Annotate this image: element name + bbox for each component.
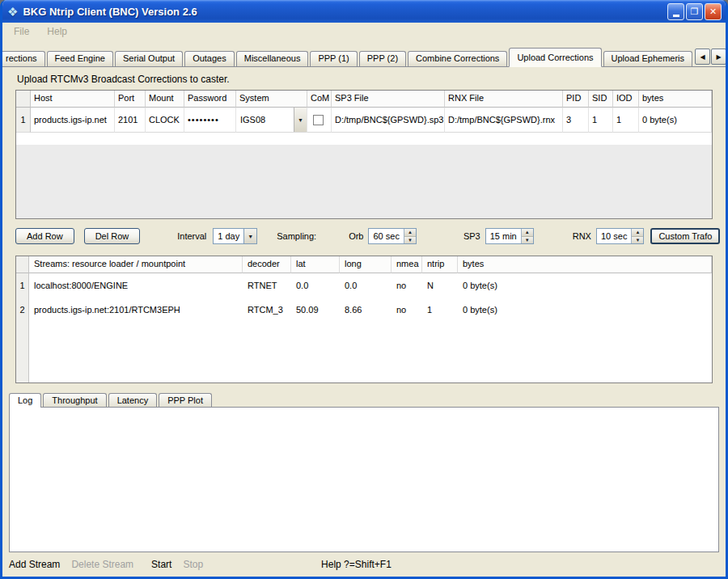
menubar: File Help bbox=[2, 23, 726, 40]
streams-table-empty-area bbox=[16, 322, 712, 382]
tab-scroll-left-button[interactable]: ◀ bbox=[695, 49, 710, 65]
rnx-spinbox-value: 10 sec bbox=[597, 229, 631, 243]
spin-down-icon[interactable]: ▼ bbox=[632, 237, 643, 244]
row-gutter bbox=[16, 322, 29, 382]
tab-feed-engine[interactable]: Feed Engine bbox=[47, 51, 113, 66]
bytes-cell: 0 byte(s) bbox=[458, 273, 712, 298]
password-cell[interactable]: •••••••• bbox=[184, 108, 236, 133]
row-number: 2 bbox=[16, 298, 29, 322]
tab-log[interactable]: Log bbox=[9, 393, 41, 408]
rnx-spinbox[interactable]: 10 sec ▲ ▼ bbox=[596, 228, 644, 244]
tab-upload-corrections[interactable]: Upload Corrections bbox=[509, 48, 601, 67]
close-icon: ✕ bbox=[709, 7, 717, 16]
spin-up-icon[interactable]: ▲ bbox=[522, 229, 533, 237]
system-combobox-value: IGS08 bbox=[236, 108, 294, 132]
system-combobox[interactable]: IGS08 ▼ bbox=[236, 108, 307, 132]
column-header-sid: SID bbox=[589, 91, 613, 108]
bytes-cell: 0 byte(s) bbox=[458, 298, 712, 322]
maximize-button[interactable]: ❐ bbox=[686, 3, 703, 20]
start-button[interactable]: Start bbox=[151, 559, 171, 570]
tab-combine-corrections[interactable]: Combine Corrections bbox=[408, 51, 507, 66]
sp3-spin-buttons: ▲ ▼ bbox=[521, 229, 533, 243]
mountpoint-cell: localhost:8000/ENGINE bbox=[29, 273, 243, 298]
del-row-button[interactable]: Del Row bbox=[84, 228, 141, 244]
custom-trafo-button[interactable]: Custom Trafo bbox=[650, 228, 720, 244]
statusbar: Add Stream Delete Stream Start Stop Help… bbox=[2, 552, 726, 577]
orb-label: Orb bbox=[349, 231, 363, 241]
spin-down-icon[interactable]: ▼ bbox=[522, 237, 533, 244]
corner-header bbox=[16, 91, 31, 108]
sp3-spinbox[interactable]: 15 min ▲ ▼ bbox=[485, 228, 534, 244]
bottom-tabbar: Log Throughput Latency PPP Plot bbox=[9, 391, 719, 407]
tab-serial-output[interactable]: Serial Output bbox=[115, 51, 183, 66]
com-checkbox[interactable] bbox=[313, 115, 324, 125]
tab-upload-ephemeris[interactable]: Upload Ephemeris bbox=[603, 51, 693, 66]
scroll-right-icon: ▶ bbox=[716, 53, 721, 61]
stop-button[interactable]: Stop bbox=[183, 559, 203, 570]
menu-file[interactable]: File bbox=[9, 24, 34, 39]
upload-table-row: 1 products.igs-ip.net 2101 CLOCK •••••••… bbox=[16, 108, 712, 133]
interval-combobox[interactable]: 1 day ▼ bbox=[213, 228, 257, 244]
long-cell: 0.0 bbox=[340, 273, 392, 298]
minimize-button[interactable] bbox=[667, 3, 684, 20]
tab-ppp-2[interactable]: PPP (2) bbox=[359, 51, 406, 66]
rnx-spin-buttons: ▲ ▼ bbox=[631, 229, 643, 243]
spin-up-icon[interactable]: ▲ bbox=[404, 229, 416, 237]
tab-ppp-plot[interactable]: PPP Plot bbox=[159, 393, 212, 407]
sp3-file-cell[interactable]: D:/tmp/BNC${GPSWD}.sp3 bbox=[332, 108, 445, 133]
column-header-pid: PID bbox=[563, 91, 589, 108]
column-header-bytes: bytes bbox=[458, 256, 712, 273]
port-cell[interactable]: 2101 bbox=[115, 108, 146, 133]
upload-caption: Upload RTCMv3 Broadcast Corrections to c… bbox=[17, 74, 726, 85]
upload-table-background bbox=[16, 145, 712, 218]
nmea-cell: no bbox=[392, 298, 422, 322]
host-cell[interactable]: products.igs-ip.net bbox=[31, 108, 115, 133]
stream-row[interactable]: 1 localhost:8000/ENGINE RTNET 0.0 0.0 no… bbox=[16, 273, 712, 298]
upload-controls: Add Row Del Row Interval 1 day ▼ Samplin… bbox=[15, 228, 713, 244]
corner-header bbox=[16, 256, 29, 273]
upload-table-empty-area bbox=[16, 133, 712, 145]
long-cell: 8.66 bbox=[340, 298, 392, 322]
tab-throughput[interactable]: Throughput bbox=[43, 393, 106, 407]
iod-cell[interactable]: 1 bbox=[613, 108, 639, 133]
main-tabbar: rections Feed Engine Serial Output Outag… bbox=[2, 47, 726, 67]
titlebar[interactable]: ❖ BKG Ntrip Client (BNC) Version 2.6 ❐ ✕ bbox=[2, 0, 726, 23]
tab-miscellaneous[interactable]: Miscellaneous bbox=[236, 51, 309, 66]
sampling-label: Sampling: bbox=[277, 231, 316, 241]
maximize-icon: ❐ bbox=[691, 7, 699, 16]
tab-scroll-right-button[interactable]: ▶ bbox=[711, 49, 726, 65]
column-header-decoder: decoder bbox=[243, 256, 291, 273]
spin-up-icon[interactable]: ▲ bbox=[632, 229, 643, 237]
sid-cell[interactable]: 1 bbox=[589, 108, 613, 133]
interval-value: 1 day bbox=[214, 229, 243, 243]
add-row-button[interactable]: Add Row bbox=[15, 228, 74, 244]
orb-spin-buttons: ▲ ▼ bbox=[404, 229, 416, 243]
tab-ppp-1[interactable]: PPP (1) bbox=[310, 51, 357, 66]
delete-stream-button[interactable]: Delete Stream bbox=[71, 559, 133, 570]
column-header-lat: lat bbox=[291, 256, 340, 273]
spin-down-icon[interactable]: ▼ bbox=[404, 237, 416, 244]
stream-row[interactable]: 2 products.igs-ip.net:2101/RTCM3EPH RTCM… bbox=[16, 298, 712, 322]
column-header-bytes: bytes bbox=[639, 91, 712, 108]
lat-cell: 50.09 bbox=[291, 298, 340, 322]
add-stream-button[interactable]: Add Stream bbox=[9, 559, 60, 570]
tab-outages[interactable]: Outages bbox=[184, 51, 235, 66]
tab-latency[interactable]: Latency bbox=[108, 393, 158, 407]
decoder-cell: RTCM_3 bbox=[243, 298, 291, 322]
chevron-down-icon: ▼ bbox=[294, 108, 307, 132]
mount-cell[interactable]: CLOCK bbox=[146, 108, 184, 133]
sp3-label: SP3 bbox=[463, 231, 480, 241]
column-header-mountpoint: Streams: resource loader / mountpoint bbox=[29, 256, 243, 273]
log-output[interactable] bbox=[9, 407, 719, 552]
column-header-port: Port bbox=[115, 91, 146, 108]
column-header-sp3-file: SP3 File bbox=[332, 91, 445, 108]
orb-spinbox-value: 60 sec bbox=[369, 229, 403, 243]
pid-cell[interactable]: 3 bbox=[563, 108, 589, 133]
menu-help[interactable]: Help bbox=[42, 24, 72, 39]
orb-spinbox[interactable]: 60 sec ▲ ▼ bbox=[368, 228, 416, 244]
close-button[interactable]: ✕ bbox=[705, 3, 722, 20]
rnx-file-cell[interactable]: D:/tmp/BNC${GPSWD}.rnx bbox=[445, 108, 563, 133]
tab-corrections[interactable]: rections bbox=[0, 51, 45, 66]
system-cell: IGS08 ▼ bbox=[236, 108, 307, 133]
bytes-cell: 0 byte(s) bbox=[639, 108, 712, 133]
